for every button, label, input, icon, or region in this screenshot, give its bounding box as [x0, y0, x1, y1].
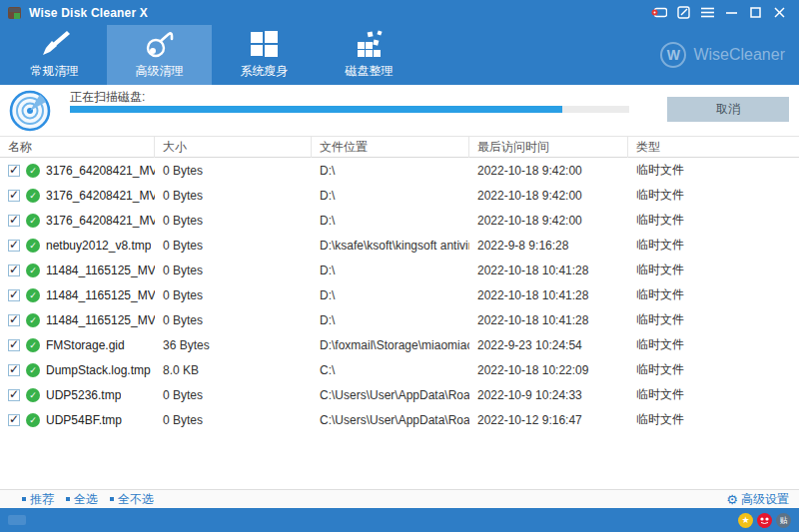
feedback-icon[interactable]	[647, 2, 671, 24]
share-weibo-icon[interactable]	[757, 513, 772, 528]
scan-status-label: 正在扫描磁盘:	[70, 89, 145, 106]
file-size: 0 Bytes	[155, 164, 312, 178]
table-row[interactable]: ✓UDP54BF.tmp0 BytesC:\Users\User\AppData…	[0, 407, 799, 432]
minimize-icon[interactable]	[719, 2, 743, 24]
cancel-button[interactable]: 取消	[667, 97, 789, 122]
vacuum-icon	[145, 30, 175, 58]
column-header-2[interactable]: 文件位置	[312, 137, 469, 158]
last-access-time: 2022-10-18 9:42:00	[469, 189, 628, 203]
row-checkbox[interactable]	[8, 289, 20, 301]
safe-check-icon: ✓	[26, 239, 40, 253]
row-checkbox[interactable]	[8, 389, 20, 401]
file-type: 临时文件	[628, 162, 799, 179]
tab-advanced-clean[interactable]: 高级清理	[107, 25, 212, 85]
file-name: 11484_1165125_MVM_6.t...	[46, 313, 155, 327]
file-name: UDP54BF.tmp	[46, 413, 122, 427]
share-tieba-icon[interactable]: 贴	[776, 513, 791, 528]
wisecleaner-logo-mark: W	[660, 42, 686, 68]
row-checkbox[interactable]	[8, 364, 20, 376]
table-row[interactable]: ✓3176_64208421_MVM_4.t...0 BytesD:\2022-…	[0, 183, 799, 208]
close-icon[interactable]	[767, 2, 791, 24]
radar-scan-icon	[9, 90, 51, 136]
file-type: 临时文件	[628, 212, 799, 229]
file-name: UDP5236.tmp	[46, 388, 121, 402]
wisecleaner-logo-text: WiseCleaner	[693, 46, 785, 64]
file-size: 36 Bytes	[155, 338, 312, 352]
file-type: 临时文件	[628, 311, 799, 328]
table-row[interactable]: ✓netbuy2012_v8.tmp0 BytesD:\ksafe\ksoft\…	[0, 233, 799, 258]
tab-common-clean[interactable]: 常规清理	[2, 25, 107, 85]
table-row[interactable]: ✓3176_64208421_MVM_3.t...0 BytesD:\2022-…	[0, 158, 799, 183]
safe-check-icon: ✓	[26, 189, 40, 203]
bullet-icon	[66, 497, 70, 501]
column-header-3[interactable]: 最后访问时间	[469, 137, 628, 158]
status-bar: ★ 贴	[0, 508, 799, 532]
file-size: 0 Bytes	[155, 239, 312, 253]
file-name: 11484_1165125_MVM_4.t...	[46, 288, 155, 302]
nav-tab-bar: 常规清理 高级清理 系统瘦身 磁盘整理 W WiseCleaner	[0, 25, 799, 85]
last-access-time: 2022-10-18 10:41:28	[469, 288, 628, 302]
table-row[interactable]: ✓UDP5236.tmp0 BytesC:\Users\User\AppData…	[0, 382, 799, 407]
tab-label: 常规清理	[31, 63, 79, 80]
row-checkbox[interactable]	[8, 190, 20, 202]
select-all-link[interactable]: 全选	[66, 491, 98, 508]
share-qzone-icon[interactable]: ★	[738, 513, 753, 528]
table-header: 名称大小文件位置最后访问时间类型	[0, 137, 799, 158]
table-row[interactable]: ✓11484_1165125_MVM_3.t...0 BytesD:\2022-…	[0, 258, 799, 282]
file-name: 3176_64208421_MVM_3.t...	[46, 164, 155, 178]
file-size: 0 Bytes	[155, 214, 312, 228]
table-row[interactable]: ✓DumpStack.log.tmp8.0 KBC:\2022-10-18 10…	[0, 357, 799, 382]
file-type: 临时文件	[628, 361, 799, 378]
scan-section: 正在扫描磁盘: 取消	[0, 85, 799, 137]
safe-check-icon: ✓	[26, 264, 40, 277]
bullet-icon	[22, 497, 26, 501]
column-header-4[interactable]: 类型	[628, 137, 799, 158]
advanced-settings-label: 高级设置	[741, 491, 789, 508]
wisecleaner-logo: W WiseCleaner	[660, 25, 785, 85]
row-checkbox[interactable]	[8, 414, 20, 426]
row-checkbox[interactable]	[8, 265, 20, 276]
window-title: Wise Disk Cleaner X	[29, 6, 148, 20]
file-name: 11484_1165125_MVM_3.t...	[46, 264, 155, 277]
file-location: D:\	[312, 189, 469, 203]
edit-icon[interactable]	[671, 2, 695, 24]
row-checkbox[interactable]	[8, 165, 20, 177]
file-type: 临时文件	[628, 187, 799, 204]
row-checkbox[interactable]	[8, 314, 20, 326]
file-size: 0 Bytes	[155, 388, 312, 402]
file-size: 8.0 KB	[155, 363, 312, 377]
row-checkbox[interactable]	[8, 215, 20, 227]
app-icon	[8, 6, 22, 20]
gear-icon: ⚙	[726, 493, 738, 506]
select-recommended-link[interactable]: 推荐	[22, 491, 54, 508]
maximize-icon[interactable]	[743, 2, 767, 24]
table-row[interactable]: ✓11484_1165125_MVM_6.t...0 BytesD:\2022-…	[0, 307, 799, 332]
file-size: 0 Bytes	[155, 313, 312, 327]
advanced-settings-link[interactable]: ⚙ 高级设置	[726, 491, 789, 508]
column-header-1[interactable]: 大小	[155, 137, 312, 158]
safe-check-icon: ✓	[26, 214, 40, 228]
row-checkbox[interactable]	[8, 240, 20, 252]
table-row[interactable]: ✓11484_1165125_MVM_4.t...0 BytesD:\2022-…	[0, 282, 799, 307]
last-access-time: 2022-9-23 10:24:54	[469, 338, 628, 352]
file-location: D:\	[312, 164, 469, 178]
file-type: 临时文件	[628, 336, 799, 353]
column-header-0[interactable]: 名称	[0, 137, 155, 158]
safe-check-icon: ✓	[26, 288, 40, 302]
file-type: 临时文件	[628, 262, 799, 278]
row-checkbox[interactable]	[8, 339, 20, 351]
file-size: 0 Bytes	[155, 189, 312, 203]
file-size: 0 Bytes	[155, 288, 312, 302]
tab-disk-defrag[interactable]: 磁盘整理	[317, 25, 421, 85]
table-row[interactable]: ✓FMStorage.gid36 BytesD:\foxmail\Storage…	[0, 332, 799, 357]
file-name: 3176_64208421_MVM_6.t...	[46, 214, 155, 228]
table-row[interactable]: ✓3176_64208421_MVM_6.t...0 BytesD:\2022-…	[0, 208, 799, 233]
select-none-link[interactable]: 全不选	[110, 491, 154, 508]
file-type: 临时文件	[628, 411, 799, 428]
menu-icon[interactable]	[695, 2, 719, 24]
tab-system-slim[interactable]: 系统瘦身	[212, 25, 317, 85]
table-body: ✓3176_64208421_MVM_3.t...0 BytesD:\2022-…	[0, 158, 799, 488]
scan-progress-fill	[70, 106, 562, 113]
file-location: C:\	[312, 363, 469, 377]
file-location: D:\	[312, 288, 469, 302]
